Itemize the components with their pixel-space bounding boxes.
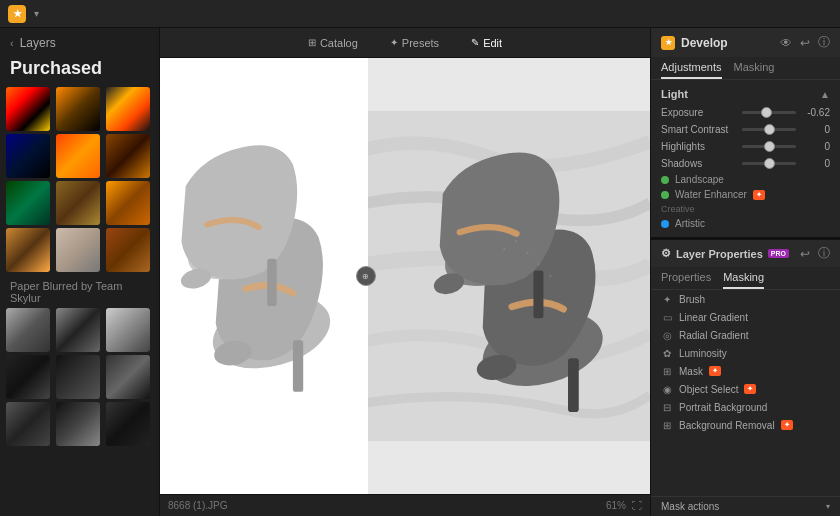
list-item[interactable] — [6, 87, 50, 131]
undo-icon[interactable]: ↩ — [800, 36, 810, 50]
exposure-label: Exposure — [661, 107, 736, 118]
develop-panel-title: ★ Develop — [661, 36, 728, 50]
lp-undo-icon[interactable]: ↩ — [800, 247, 810, 261]
shadows-track[interactable] — [742, 162, 796, 165]
develop-panel-tabs: Adjustments Masking — [651, 57, 840, 80]
tab-masking[interactable]: Masking — [734, 57, 775, 79]
highlights-thumb[interactable] — [764, 141, 775, 152]
masking-portrait-background[interactable]: ⊟ Portrait Background — [651, 398, 840, 416]
list-item[interactable] — [56, 87, 100, 131]
edit-label: Edit — [483, 37, 502, 49]
svg-point-14 — [503, 248, 505, 250]
masking-radial-gradient[interactable]: ◎ Radial Gradient — [651, 326, 840, 344]
exposure-value: -0.62 — [802, 107, 830, 118]
info-icon[interactable]: ⓘ — [818, 34, 830, 51]
list-item[interactable] — [6, 355, 50, 399]
exposure-slider-row: Exposure -0.62 — [651, 104, 840, 121]
exposure-track[interactable] — [742, 111, 796, 114]
edit-button[interactable]: ✎ Edit — [465, 35, 508, 51]
light-collapse-icon[interactable]: ▲ — [820, 89, 830, 100]
list-item[interactable] — [6, 228, 50, 272]
fullscreen-icon[interactable]: ⛶ — [632, 500, 642, 511]
eye-icon[interactable]: 👁 — [780, 36, 792, 50]
list-item[interactable] — [106, 308, 150, 352]
radial-gradient-label: Radial Gradient — [679, 330, 748, 341]
catalog-label: Catalog — [320, 37, 358, 49]
divider-handle[interactable]: ⊕ — [356, 266, 376, 286]
back-arrow-icon: ‹ — [10, 37, 14, 49]
filename-label: 8668 (1).JPG — [168, 500, 227, 511]
lp-tab-properties[interactable]: Properties — [661, 267, 711, 289]
highlights-label: Highlights — [661, 141, 736, 152]
mask-actions-label: Mask actions — [661, 501, 719, 512]
list-item[interactable] — [6, 402, 50, 446]
smart-contrast-track[interactable] — [742, 128, 796, 131]
list-item[interactable] — [56, 181, 100, 225]
smart-contrast-label: Smart Contrast — [661, 124, 736, 135]
shadows-thumb[interactable] — [764, 158, 775, 169]
list-item[interactable] — [56, 355, 100, 399]
masking-mask[interactable]: ⊞ Mask ✦ — [651, 362, 840, 380]
linear-gradient-icon: ▭ — [661, 311, 673, 323]
svg-point-19 — [518, 302, 520, 304]
purchased-title: Purchased — [0, 54, 159, 87]
list-item[interactable] — [56, 228, 100, 272]
list-item[interactable] — [106, 355, 150, 399]
before-section — [160, 58, 366, 494]
svg-point-15 — [514, 240, 516, 242]
bottom-bar: 8668 (1).JPG 61% ⛶ — [160, 494, 650, 516]
masking-linear-gradient[interactable]: ▭ Linear Gradient — [651, 308, 840, 326]
list-item[interactable] — [106, 134, 150, 178]
svg-rect-2 — [293, 340, 303, 391]
list-item[interactable] — [56, 308, 100, 352]
light-section-header: Light ▲ — [651, 84, 840, 104]
mask-new-badge: ✦ — [709, 366, 721, 376]
presets-icon: ✦ — [390, 37, 398, 48]
svg-point-18 — [549, 275, 551, 277]
water-enhancer-label: Water Enhancer — [675, 189, 747, 200]
object-select-new-badge: ✦ — [744, 384, 756, 394]
bottom-controls: 61% ⛶ — [606, 500, 642, 511]
light-label: Light — [661, 88, 688, 100]
bg-removal-icon: ⊞ — [661, 419, 673, 431]
lp-info-icon[interactable]: ⓘ — [818, 245, 830, 262]
list-item[interactable] — [106, 87, 150, 131]
tab-adjustments[interactable]: Adjustments — [661, 57, 722, 79]
smart-contrast-thumb[interactable] — [764, 124, 775, 135]
develop-icon: ★ — [661, 36, 675, 50]
svg-rect-5 — [267, 259, 276, 306]
list-item[interactable] — [106, 181, 150, 225]
list-item[interactable] — [6, 181, 50, 225]
left-panel: ‹ Layers Purchased Paper Blurred by Team… — [0, 28, 160, 516]
pro-badge: PRO — [768, 249, 789, 258]
list-item[interactable] — [106, 228, 150, 272]
list-item[interactable] — [6, 308, 50, 352]
layer-water-enhancer[interactable]: Water Enhancer ✦ — [651, 187, 840, 202]
water-enhancer-dot — [661, 191, 669, 199]
purchased-thumbnails — [0, 87, 159, 272]
catalog-icon: ⊞ — [308, 37, 316, 48]
shadows-value: 0 — [802, 158, 830, 169]
masking-background-removal[interactable]: ⊞ Background Removal ✦ — [651, 416, 840, 434]
lp-panel-actions: ↩ ⓘ — [800, 245, 830, 262]
presets-button[interactable]: ✦ Presets — [384, 35, 445, 51]
mask-actions-dropdown-arrow[interactable]: ▾ — [826, 502, 830, 511]
masking-object-select[interactable]: ◉ Object Select ✦ — [651, 380, 840, 398]
list-item[interactable] — [106, 402, 150, 446]
masking-brush[interactable]: ✦ Brush — [651, 290, 840, 308]
left-panel-header[interactable]: ‹ Layers — [0, 28, 159, 54]
lp-tab-masking[interactable]: Masking — [723, 267, 764, 289]
list-item[interactable] — [6, 134, 50, 178]
catalog-button[interactable]: ⊞ Catalog — [302, 35, 364, 51]
lp-tabs: Properties Masking — [651, 267, 840, 290]
develop-title-label: Develop — [681, 36, 728, 50]
highlights-track[interactable] — [742, 145, 796, 148]
masking-luminosity[interactable]: ✿ Luminosity — [651, 344, 840, 362]
artistic-label: Artistic — [675, 218, 705, 229]
list-item[interactable] — [56, 402, 100, 446]
exposure-thumb[interactable] — [761, 107, 772, 118]
lp-title-label: Layer Properties — [676, 248, 763, 260]
list-item[interactable] — [56, 134, 100, 178]
layer-artistic[interactable]: Artistic — [651, 216, 840, 231]
layer-landscape[interactable]: Landscape — [651, 172, 840, 187]
